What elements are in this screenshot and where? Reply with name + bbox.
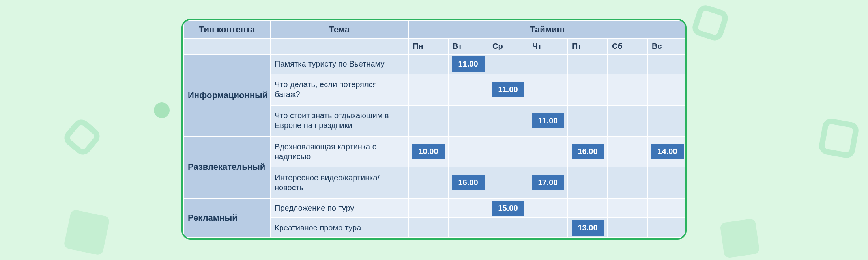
timing-cell <box>608 136 647 167</box>
timing-chip: 14.00 <box>651 144 684 159</box>
timing-cell: 15.00 <box>488 198 528 218</box>
timing-cell <box>647 74 687 105</box>
timing-cell <box>448 105 488 136</box>
day-header: Сб <box>608 38 647 54</box>
timing-cell <box>647 218 687 238</box>
timing-cell <box>408 74 448 105</box>
timing-cell: 17.00 <box>528 167 568 198</box>
timing-cell <box>647 167 687 198</box>
header-blank <box>270 38 408 54</box>
timing-chip: 15.00 <box>492 201 524 216</box>
table-row: РазвлекательныйВдохновляющая картинка с … <box>183 136 687 167</box>
timing-cell <box>608 105 647 136</box>
timing-cell <box>647 105 687 136</box>
timing-cell: 11.00 <box>528 105 568 136</box>
topic-cell: Предложение по туру <box>270 198 408 218</box>
timing-cell <box>488 105 528 136</box>
timing-cell <box>528 218 568 238</box>
timing-cell <box>568 54 608 74</box>
topic-cell: Вдохновляющая картинка с надписью <box>270 136 408 167</box>
timing-cell <box>448 74 488 105</box>
timing-cell: 11.00 <box>448 54 488 74</box>
header-timing: Тайминг <box>408 21 687 38</box>
timing-cell <box>448 136 488 167</box>
group-label: Рекламный <box>183 198 270 238</box>
timing-cell <box>448 218 488 238</box>
timing-cell <box>568 198 608 218</box>
timing-chip: 13.00 <box>572 220 604 236</box>
bg-decoration <box>64 209 110 256</box>
header-type: Тип контента <box>183 21 270 38</box>
day-header: Вс <box>647 38 687 54</box>
timing-cell <box>608 74 647 105</box>
timing-cell <box>568 74 608 105</box>
timing-chip: 16.00 <box>572 144 604 159</box>
timing-cell <box>608 198 647 218</box>
bg-decoration <box>154 102 170 118</box>
bg-decoration <box>690 3 730 43</box>
timing-chip: 10.00 <box>412 144 445 159</box>
timing-cell: 16.00 <box>448 167 488 198</box>
group-label: Развлекательный <box>183 136 270 199</box>
timing-cell: 11.00 <box>488 74 528 105</box>
timing-chip: 11.00 <box>492 82 524 97</box>
topic-cell: Креативное промо тура <box>270 218 408 238</box>
timing-cell <box>448 198 488 218</box>
timing-cell <box>408 198 448 218</box>
day-header: Пт <box>568 38 608 54</box>
timing-cell <box>488 218 528 238</box>
timing-cell: 14.00 <box>647 136 687 167</box>
timing-cell: 10.00 <box>408 136 448 167</box>
topic-cell: Памятка туристу по Вьетнаму <box>270 54 408 74</box>
day-header: Вт <box>448 38 488 54</box>
content-plan-frame: Тип контента Тема Тайминг Пн Вт Ср Чт Пт… <box>181 19 687 240</box>
table-days-row: Пн Вт Ср Чт Пт Сб Вс <box>183 38 687 54</box>
timing-chip: 16.00 <box>452 175 485 190</box>
group-label: Информационный <box>183 54 270 136</box>
timing-cell <box>488 136 528 167</box>
bg-decoration <box>720 218 760 258</box>
day-header: Пн <box>408 38 448 54</box>
table-row: ИнформационныйПамятка туристу по Вьетнам… <box>183 54 687 74</box>
header-topic: Тема <box>270 21 408 38</box>
timing-chip: 11.00 <box>532 113 564 128</box>
timing-cell <box>568 167 608 198</box>
day-header: Ср <box>488 38 528 54</box>
topic-cell: Интересное видео/картинка/новость <box>270 167 408 198</box>
timing-cell <box>408 167 448 198</box>
timing-cell: 16.00 <box>568 136 608 167</box>
timing-cell <box>568 105 608 136</box>
timing-cell <box>488 54 528 74</box>
timing-cell <box>528 54 568 74</box>
timing-cell <box>608 218 647 238</box>
timing-chip: 17.00 <box>532 175 564 190</box>
timing-cell <box>408 54 448 74</box>
timing-cell <box>647 198 687 218</box>
timing-cell <box>408 105 448 136</box>
timing-cell: 13.00 <box>568 218 608 238</box>
timing-cell <box>408 218 448 238</box>
bg-decoration <box>818 117 860 160</box>
timing-cell <box>647 54 687 74</box>
timing-cell <box>488 167 528 198</box>
timing-cell <box>608 167 647 198</box>
timing-chip: 11.00 <box>452 56 485 72</box>
topic-cell: Что делать, если потерялся багаж? <box>270 74 408 105</box>
table-row: РекламныйПредложение по туру15.00 <box>183 198 687 218</box>
table-header-row: Тип контента Тема Тайминг <box>183 21 687 38</box>
content-plan-table: Тип контента Тема Тайминг Пн Вт Ср Чт Пт… <box>183 20 687 238</box>
bg-decoration <box>61 116 103 158</box>
timing-cell <box>528 74 568 105</box>
timing-cell <box>608 54 647 74</box>
topic-cell: Что стоит знать отдыхающим в Европе на п… <box>270 105 408 136</box>
header-blank <box>183 38 270 54</box>
day-header: Чт <box>528 38 568 54</box>
timing-cell <box>528 198 568 218</box>
timing-cell <box>528 136 568 167</box>
